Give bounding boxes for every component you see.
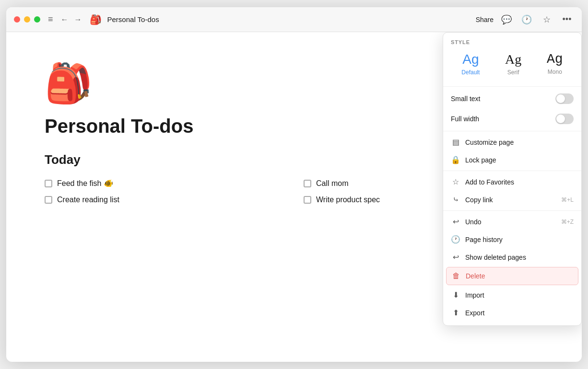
small-text-row: Small text	[443, 89, 581, 109]
show-deleted-label: Show deleted pages	[465, 254, 526, 261]
style-mono[interactable]: Ag Mono	[540, 49, 570, 79]
todo-text-1: Feed the fish 🐠	[57, 179, 113, 188]
maximize-button[interactable]	[34, 16, 40, 23]
titlebar-right: Share 💬 🕐 ☆ •••	[476, 12, 574, 27]
main-content: 🎒 Personal To-dos Today Feed the fish 🐠 …	[6, 32, 582, 362]
lock-page-item[interactable]: 🔒 Lock page	[443, 151, 581, 169]
dropdown-panel: STYLE Ag Default Ag Serif Ag Mono	[443, 32, 582, 326]
traffic-lights	[14, 16, 40, 23]
page-title-titlebar: Personal To-dos	[107, 15, 159, 23]
lock-icon: 🔒	[451, 155, 460, 164]
favorites-label: Add to Favorites	[465, 178, 514, 186]
small-text-toggle[interactable]	[555, 93, 574, 104]
import-label: Import	[465, 291, 484, 299]
comment-button[interactable]: 💬	[499, 12, 514, 27]
checkbox-2[interactable]	[45, 196, 52, 204]
copy-link-shortcut: ⌘+L	[561, 196, 574, 203]
import-icon: ⬇	[451, 290, 460, 300]
full-width-toggle[interactable]	[555, 114, 574, 124]
minimize-button[interactable]	[24, 16, 30, 23]
copy-link-label: Copy link	[465, 196, 493, 204]
checkbox-1[interactable]	[45, 180, 52, 187]
todo-text-3: Call mom	[316, 179, 349, 188]
page-emoji-titlebar: 🎒	[90, 14, 102, 25]
page-history-item[interactable]: 🕐 Page history	[443, 231, 581, 248]
customize-page-item[interactable]: ▤ Customize page	[443, 133, 581, 151]
style-label-serif: Serif	[507, 69, 519, 76]
history-button[interactable]: 🕐	[519, 12, 534, 27]
lock-label: Lock page	[465, 156, 496, 164]
close-button[interactable]	[14, 16, 20, 23]
style-options: Ag Default Ag Serif Ag Mono	[443, 49, 581, 84]
link-icon: ⤷	[451, 195, 460, 204]
delete-item[interactable]: 🗑 Delete	[446, 267, 578, 285]
share-button[interactable]: Share	[476, 16, 494, 23]
undo-shortcut: ⌘+Z	[561, 219, 574, 225]
checkbox-4[interactable]	[304, 196, 311, 204]
import-item[interactable]: ⬇ Import	[443, 286, 581, 304]
small-text-label: Small text	[451, 95, 480, 103]
style-serif[interactable]: Ag Serif	[498, 49, 528, 79]
menu-icon[interactable]: ≡	[48, 14, 53, 24]
todo-text-2: Create reading list	[57, 196, 119, 204]
divider-1	[443, 86, 581, 87]
show-deleted-item[interactable]: ↩ Show deleted pages	[443, 248, 581, 266]
nav-arrows: ← →	[59, 14, 84, 25]
list-item: Feed the fish 🐠	[45, 177, 284, 190]
page-history-label: Page history	[465, 236, 503, 243]
back-button[interactable]: ←	[59, 14, 71, 25]
more-button[interactable]: •••	[560, 12, 574, 27]
customize-icon: ▤	[451, 138, 460, 147]
export-label: Export	[465, 309, 484, 317]
copy-link-item[interactable]: ⤷ Copy link ⌘+L	[443, 191, 581, 208]
todo-text-4: Write product spec	[316, 196, 380, 204]
style-label-mono: Mono	[548, 69, 562, 75]
style-label-default: Default	[461, 69, 480, 76]
export-item[interactable]: ⬆ Export	[443, 304, 581, 322]
style-section-label: STYLE	[443, 33, 581, 49]
checkbox-3[interactable]	[304, 180, 311, 187]
divider-4	[443, 210, 581, 211]
divider-3	[443, 171, 581, 171]
titlebar: ≡ ← → 🎒 Personal To-dos Share 💬 🕐 ☆ •••	[6, 7, 582, 32]
export-icon: ⬆	[451, 308, 460, 317]
style-ag-serif: Ag	[505, 52, 521, 67]
style-ag-mono: Ag	[547, 52, 563, 67]
page-history-icon: 🕐	[451, 235, 460, 244]
star-button[interactable]: ☆	[540, 12, 554, 27]
list-item: Create reading list	[45, 194, 284, 206]
forward-button[interactable]: →	[72, 14, 84, 25]
undo-icon: ↩	[451, 217, 460, 226]
trash-icon: 🗑	[451, 272, 461, 280]
customize-label: Customize page	[465, 138, 514, 146]
full-width-label: Full width	[451, 115, 479, 123]
full-width-row: Full width	[443, 109, 581, 129]
style-default[interactable]: Ag Default	[455, 49, 486, 79]
style-ag-default: Ag	[462, 52, 479, 67]
divider-2	[443, 131, 581, 131]
delete-label: Delete	[466, 272, 485, 280]
star-icon: ☆	[451, 177, 460, 186]
deleted-icon: ↩	[451, 253, 460, 262]
delete-row-wrapper: → 🗑 Delete	[443, 267, 581, 285]
app-window: ≡ ← → 🎒 Personal To-dos Share 💬 🕐 ☆ ••• …	[6, 7, 582, 362]
undo-label: Undo	[465, 218, 481, 226]
undo-item[interactable]: ↩ Undo ⌘+Z	[443, 213, 581, 231]
add-favorites-item[interactable]: ☆ Add to Favorites	[443, 173, 581, 191]
